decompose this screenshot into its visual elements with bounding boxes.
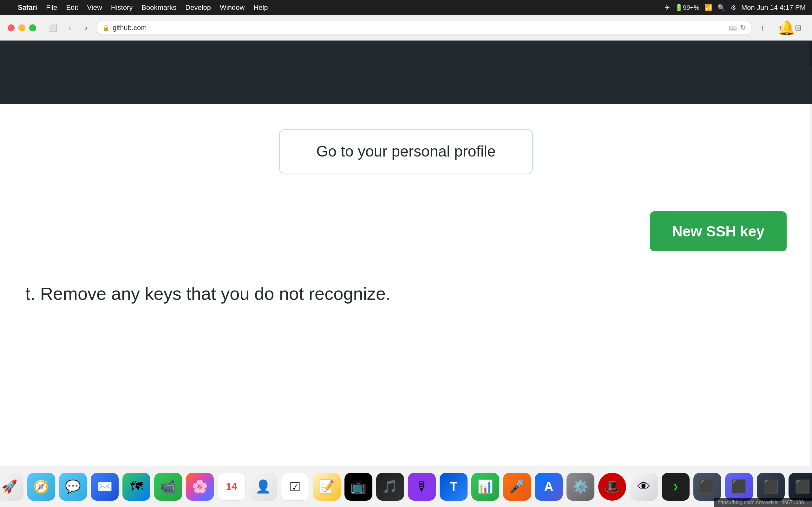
- dock-mission-control[interactable]: ⬛: [693, 473, 721, 501]
- menu-develop[interactable]: Develop: [185, 3, 211, 12]
- lock-icon: 🔒: [102, 24, 109, 32]
- url-text: github.com: [113, 24, 147, 32]
- menu-view[interactable]: View: [87, 3, 102, 12]
- dock-mail[interactable]: ✉️: [91, 473, 119, 501]
- bottom-text-section: t. Remove any keys that you do not recog…: [0, 264, 812, 323]
- dock-extra1[interactable]: ⬛: [725, 473, 753, 501]
- menu-bar: Safari File Edit View History Bookmarks …: [0, 0, 812, 15]
- controlcenter-icon[interactable]: ⚙: [730, 4, 736, 11]
- menu-bar-right: ✈ 🔋99+% 📶 🔍 ⚙ Mon Jun 14 4:17 PM: [664, 3, 806, 12]
- maximize-button[interactable]: [29, 24, 36, 32]
- menu-safari[interactable]: Safari: [18, 3, 37, 12]
- safari-toolbar: ⬜ ‹ › 🔒 github.com 📖 ↻ ↑ + ⊞: [0, 15, 812, 41]
- forward-button[interactable]: ›: [81, 22, 92, 34]
- reload-button[interactable]: ↻: [740, 24, 746, 32]
- dock-extra2[interactable]: ⬛: [757, 473, 785, 501]
- reader-icon[interactable]: 📖: [729, 24, 737, 32]
- menu-edit[interactable]: Edit: [66, 3, 78, 12]
- dock-calendar[interactable]: 14: [217, 473, 246, 501]
- dock-keynote[interactable]: 🎤: [503, 473, 531, 501]
- ssh-key-section: New SSH key: [0, 199, 812, 264]
- dock-appletv[interactable]: 📺: [345, 473, 372, 501]
- dock-messages[interactable]: 💬: [59, 473, 87, 501]
- menu-help[interactable]: Help: [253, 3, 268, 12]
- dock-numbers[interactable]: 📊: [471, 473, 499, 501]
- clock: Mon Jun 14 4:17 PM: [741, 3, 806, 12]
- scrollbar-thumb[interactable]: [809, 41, 812, 66]
- menu-history[interactable]: History: [111, 3, 133, 12]
- go-to-profile-button[interactable]: Go to your personal profile: [279, 129, 533, 173]
- dock-appstore[interactable]: A: [535, 473, 563, 501]
- profile-button-section: Go to your personal profile: [0, 104, 812, 199]
- bottom-text: t. Remove any keys that you do not recog…: [26, 284, 391, 303]
- dock: 🖥 🚀 🧭 💬 ✉️ 🗺 📹 🌸 14 👤 ☑ 📝 📺 🎵 🎙 T 📊 🎤 A …: [0, 466, 812, 507]
- dock-notes[interactable]: 📝: [313, 473, 341, 501]
- dock-terminal[interactable]: ❯: [662, 473, 690, 501]
- dock-maps[interactable]: 🗺: [122, 473, 150, 501]
- menu-file[interactable]: File: [46, 3, 57, 12]
- sidebar-toggle-button[interactable]: ⬜: [46, 23, 59, 33]
- dock-redhat[interactable]: 🎩: [598, 473, 626, 501]
- back-button[interactable]: ‹: [64, 22, 75, 34]
- menu-bookmarks[interactable]: Bookmarks: [142, 3, 176, 12]
- dock-podcasts[interactable]: 🎙: [408, 473, 436, 501]
- github-header: [0, 41, 812, 104]
- address-bar[interactable]: 🔒 github.com 📖 ↻: [97, 21, 751, 35]
- new-ssh-key-button[interactable]: New SSH key: [650, 211, 786, 251]
- dock-photos[interactable]: 🌸: [186, 473, 214, 501]
- search-icon[interactable]: 🔍: [717, 4, 725, 11]
- menu-bar-left: Safari File Edit View History Bookmarks …: [6, 3, 268, 12]
- status-url: https://blog.csdn.net/weixin_46671688...: [717, 500, 808, 505]
- dock-facetime[interactable]: 📹: [154, 473, 182, 501]
- close-button[interactable]: [8, 24, 14, 32]
- dock-contacts[interactable]: 👤: [249, 473, 277, 501]
- traffic-lights: [8, 24, 36, 32]
- minimize-button[interactable]: [18, 24, 26, 32]
- dock-launchpad[interactable]: 🚀: [0, 473, 23, 501]
- menu-window[interactable]: Window: [220, 3, 245, 12]
- battery-status: 🔋99+%: [675, 4, 699, 11]
- dock-trello[interactable]: T: [440, 473, 467, 501]
- dock-extra3[interactable]: ⬛: [789, 473, 812, 501]
- dock-music[interactable]: 🎵: [376, 473, 404, 501]
- scrollbar[interactable]: [809, 41, 812, 466]
- status-bar: https://blog.csdn.net/weixin_46671688...: [714, 498, 812, 507]
- dock-systemprefs[interactable]: ⚙️: [566, 473, 595, 501]
- share-button[interactable]: ↑: [756, 21, 769, 34]
- airdrop-icon: ✈: [664, 4, 670, 11]
- dock-reminders[interactable]: ☑: [281, 473, 309, 501]
- wifi-icon: 📶: [705, 4, 712, 11]
- main-content: Go to your personal profile New SSH key …: [0, 104, 812, 323]
- dock-safari[interactable]: 🧭: [27, 473, 55, 501]
- notification-bell[interactable]: 🔔: [774, 15, 799, 41]
- dock-preview[interactable]: 👁: [630, 473, 658, 501]
